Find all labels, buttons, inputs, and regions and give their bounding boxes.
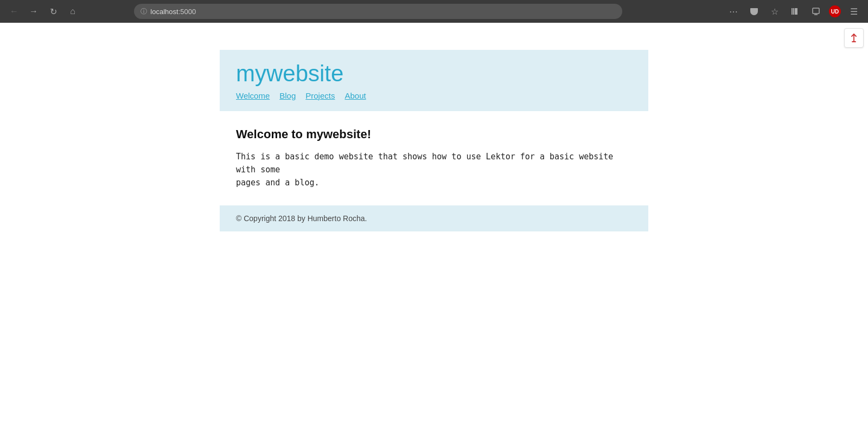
home-button[interactable]: ⌂	[65, 4, 80, 19]
page-heading: Welcome to mywebsite!	[236, 127, 632, 141]
bookmark-button[interactable]: ☆	[767, 4, 782, 19]
nav-about[interactable]: About	[344, 91, 366, 100]
browser-toolbar-right: ⋯ ☆ UD ☰	[726, 4, 861, 19]
footer-copyright: © Copyright 2018 by Humberto Rocha.	[236, 214, 632, 223]
back-button[interactable]: ←	[7, 4, 22, 19]
svg-rect-3	[813, 8, 819, 14]
site-main: Welcome to mywebsite! This is a basic de…	[220, 111, 648, 205]
synced-tabs-button[interactable]	[808, 4, 824, 19]
user-avatar[interactable]: UD	[829, 5, 841, 17]
library-button[interactable]	[788, 4, 803, 19]
security-icon: ⓘ	[141, 7, 147, 16]
pocket-button[interactable]	[746, 4, 762, 19]
url-display: localhost:5000	[150, 8, 196, 16]
site-title: mywebsite	[236, 61, 632, 87]
browser-chrome: ← → ↻ ⌂ ⓘ localhost:5000 ⋯ ☆ UD ☰	[0, 0, 868, 23]
extension-button[interactable]	[844, 28, 864, 48]
nav-blog[interactable]: Blog	[279, 91, 296, 100]
nav-projects[interactable]: Projects	[305, 91, 335, 100]
menu-button[interactable]: ☰	[846, 4, 861, 19]
site-footer: © Copyright 2018 by Humberto Rocha.	[220, 205, 648, 231]
svg-rect-2	[795, 8, 797, 15]
reload-button[interactable]: ↻	[46, 4, 61, 19]
forward-button[interactable]: →	[26, 4, 41, 19]
more-button[interactable]: ⋯	[726, 4, 741, 19]
nav-welcome[interactable]: Welcome	[236, 91, 270, 100]
address-bar[interactable]: ⓘ localhost:5000	[134, 4, 622, 19]
website-wrapper: mywebsite Welcome Blog Projects About We…	[220, 23, 648, 231]
svg-rect-1	[793, 8, 794, 15]
page-body: This is a basic demo website that shows …	[236, 150, 616, 189]
svg-rect-0	[792, 8, 793, 15]
site-nav: Welcome Blog Projects About	[236, 91, 632, 100]
site-header: mywebsite Welcome Blog Projects About	[220, 50, 648, 111]
browser-content: mywebsite Welcome Blog Projects About We…	[0, 23, 868, 439]
